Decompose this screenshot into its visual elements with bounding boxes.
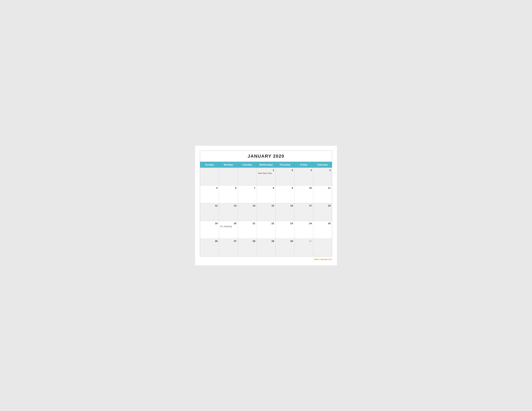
day-cell: 13	[219, 203, 238, 221]
day-cell: 6	[219, 185, 238, 203]
calendar-title: JANUARY 2020	[200, 151, 332, 162]
day-number: 19	[201, 222, 218, 225]
header-cell: Monday	[219, 162, 238, 168]
day-number: 29	[258, 240, 274, 243]
calendar-header: SundayMondayTuesdayWednesdayThursdayFrid…	[200, 162, 332, 168]
day-number: 12	[201, 204, 218, 207]
footer: blank-calendar.com	[200, 256, 332, 261]
day-cell: 19	[200, 221, 219, 239]
day-number: 31	[296, 240, 312, 243]
day-cell	[200, 168, 219, 185]
day-cell	[238, 168, 257, 185]
header-cell: Friday	[294, 162, 313, 168]
day-cell: 24	[294, 221, 313, 239]
day-cell: 31	[294, 239, 313, 256]
day-number: 8	[258, 187, 274, 189]
day-number: 13	[220, 204, 237, 207]
day-cell	[219, 168, 238, 185]
day-number: 17	[296, 204, 312, 207]
header-cell: Wednesday	[257, 162, 276, 168]
day-cell: 10	[294, 185, 313, 203]
day-number: 2	[277, 169, 293, 171]
header-cell: Sunday	[200, 162, 219, 168]
day-cell: 17	[294, 203, 313, 221]
day-cell: 26	[200, 239, 219, 256]
day-cell: 21	[238, 221, 257, 239]
day-number: 14	[239, 204, 255, 207]
day-number: 24	[296, 222, 312, 225]
day-cell: 1New Year's Day	[257, 168, 276, 185]
day-cell: 20M L King Day	[219, 221, 238, 239]
day-cell: 3	[294, 168, 313, 185]
day-number: 16	[277, 204, 293, 207]
day-cell: 27	[219, 239, 238, 256]
day-cell: 2	[275, 168, 294, 185]
day-number: 10	[296, 187, 312, 189]
day-number: 7	[239, 187, 255, 189]
day-number: 1	[258, 169, 274, 171]
day-number: 11	[314, 187, 331, 189]
day-cell: 30	[275, 239, 294, 256]
day-number: 20	[220, 222, 237, 225]
day-cell: 29	[257, 239, 276, 256]
header-cell: Tuesday	[238, 162, 257, 168]
day-number: 28	[239, 240, 255, 243]
day-cell: 14	[238, 203, 257, 221]
day-cell: 16	[275, 203, 294, 221]
day-cell: 8	[257, 185, 276, 203]
calendar-container: JANUARY 2020 SundayMondayTuesdayWednesda…	[200, 150, 332, 256]
day-cell: 5	[200, 185, 219, 203]
page-wrapper: JANUARY 2020 SundayMondayTuesdayWednesda…	[195, 146, 337, 265]
day-event: M L King Day	[220, 225, 237, 228]
day-cell: 18	[313, 203, 332, 221]
day-cell: 23	[275, 221, 294, 239]
day-cell: 15	[257, 203, 276, 221]
day-cell	[313, 239, 332, 256]
day-number: 23	[277, 222, 293, 225]
day-number: 30	[277, 240, 293, 243]
day-number: 27	[220, 240, 237, 243]
day-number: 5	[201, 187, 218, 189]
footer-text: blank-calendar.com	[314, 258, 332, 261]
day-cell: 7	[238, 185, 257, 203]
day-cell: 11	[313, 185, 332, 203]
day-number: 22	[258, 222, 274, 225]
day-number: 25	[314, 222, 331, 225]
day-cell: 25	[313, 221, 332, 239]
day-number: 9	[277, 187, 293, 189]
day-cell: 4	[313, 168, 332, 185]
calendar-grid: 1New Year's Day2345678910111213141516171…	[200, 168, 332, 256]
day-number: 4	[314, 169, 331, 171]
day-number: 15	[258, 204, 274, 207]
day-cell: 12	[200, 203, 219, 221]
day-number: 26	[201, 240, 218, 243]
day-number: 3	[296, 169, 312, 171]
day-cell: 28	[238, 239, 257, 256]
day-cell: 22	[257, 221, 276, 239]
header-cell: Saturday	[313, 162, 332, 168]
day-cell: 9	[275, 185, 294, 203]
day-event: New Year's Day	[258, 172, 274, 174]
day-number: 18	[314, 204, 331, 207]
day-number: 6	[220, 187, 237, 189]
day-number: 21	[239, 222, 255, 225]
header-cell: Thursday	[275, 162, 294, 168]
